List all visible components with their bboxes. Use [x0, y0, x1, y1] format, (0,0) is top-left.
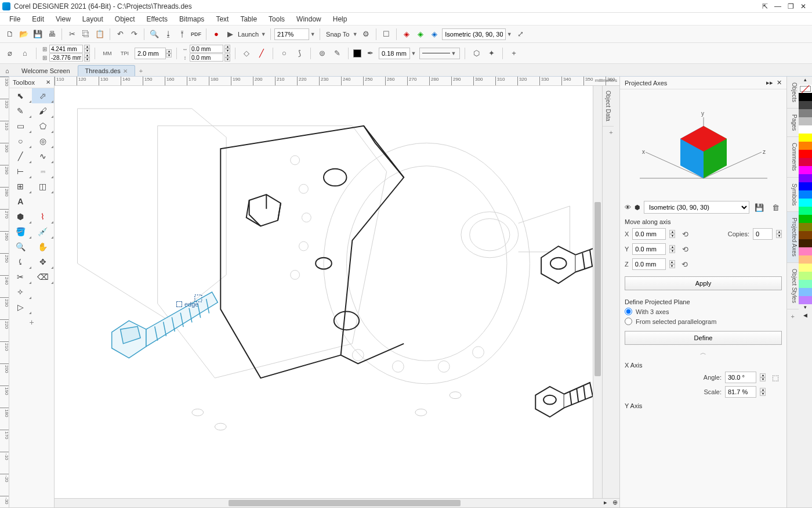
- add-docker-icon[interactable]: +: [603, 127, 619, 138]
- close-panel-icon[interactable]: ✕: [777, 79, 782, 87]
- scrollbar-vertical[interactable]: [593, 86, 602, 498]
- move-z-input[interactable]: [632, 258, 666, 270]
- color-swatch[interactable]: [799, 207, 812, 215]
- dimension-tool[interactable]: ⊢: [9, 164, 32, 179]
- color-swatch[interactable]: [799, 125, 812, 134]
- line-tool[interactable]: ╱: [9, 149, 32, 164]
- save-preset-icon[interactable]: 💾: [753, 201, 766, 214]
- canvas[interactable]: edge: [55, 86, 593, 498]
- menu-window[interactable]: Window: [291, 14, 327, 24]
- record-icon[interactable]: ●: [210, 28, 223, 41]
- reset-x-icon[interactable]: ⟲: [679, 228, 691, 240]
- vtab-symbols[interactable]: Symbols: [787, 178, 799, 212]
- vtab-projected-axes[interactable]: Projected Axes: [787, 212, 799, 263]
- undo-icon[interactable]: ↶: [114, 28, 126, 41]
- y-pos-input[interactable]: [49, 53, 83, 62]
- delete-preset-icon[interactable]: 🗑: [769, 201, 782, 214]
- eye-icon[interactable]: 👁: [625, 204, 631, 211]
- define-button[interactable]: Define: [625, 331, 782, 345]
- zoom-dropdown[interactable]: ▼: [274, 28, 316, 40]
- radio-3axes[interactable]: [625, 308, 632, 315]
- crop-tool[interactable]: ✂: [9, 269, 32, 284]
- circle-tool[interactable]: ◎: [32, 134, 55, 149]
- menu-effects[interactable]: Effects: [141, 14, 173, 24]
- color-swatch[interactable]: [799, 288, 812, 296]
- no-fill-icon[interactable]: ╱: [255, 47, 268, 60]
- welcome-tab[interactable]: Welcome Screen: [14, 65, 78, 76]
- import-icon[interactable]: ⭳: [162, 28, 175, 41]
- color-swatch[interactable]: [799, 117, 812, 125]
- plane-top-icon[interactable]: ◈: [400, 28, 413, 41]
- transform-tool[interactable]: ✥: [32, 254, 55, 269]
- color-swatch[interactable]: [799, 296, 812, 304]
- ruler-horizontal[interactable]: millimeters 1101201301401501601701801902…: [55, 77, 619, 86]
- close-button[interactable]: ✕: [797, 1, 810, 12]
- pick-tool[interactable]: ⬉: [9, 88, 32, 103]
- zoom-tool[interactable]: 🔍: [9, 239, 32, 254]
- eyedropper-tool[interactable]: 💉: [32, 224, 55, 239]
- color-swatch[interactable]: [799, 150, 812, 158]
- no-color-swatch[interactable]: [799, 85, 812, 93]
- move-x-input[interactable]: [632, 228, 666, 240]
- export-icon[interactable]: ⭱: [176, 28, 188, 41]
- color-swatch[interactable]: [799, 264, 812, 272]
- menu-view[interactable]: View: [50, 14, 77, 24]
- preset-dropdown[interactable]: Isometric (30, 90, 30): [644, 201, 749, 214]
- table-tool[interactable]: ⊞: [9, 179, 32, 194]
- new-icon[interactable]: 🗋: [3, 28, 16, 41]
- effects-tool[interactable]: ✧: [9, 284, 32, 300]
- palette-down-icon[interactable]: ▾: [799, 304, 812, 312]
- color-swatch[interactable]: [799, 272, 812, 280]
- menu-help[interactable]: Help: [327, 14, 353, 24]
- vtab-objects[interactable]: Objects: [787, 77, 799, 109]
- unproject-icon[interactable]: ☐: [380, 28, 393, 41]
- redo-icon[interactable]: ↷: [128, 28, 140, 41]
- unit-mm[interactable]: MM: [100, 47, 115, 60]
- options-icon[interactable]: ⚙: [360, 28, 372, 41]
- color-swatch[interactable]: [799, 255, 812, 264]
- artistic-tool[interactable]: 🖌: [32, 103, 55, 118]
- paste-icon[interactable]: 📋: [93, 28, 106, 41]
- apply-button[interactable]: Apply: [625, 276, 782, 290]
- x-pos-input[interactable]: [49, 45, 83, 53]
- menu-edit[interactable]: Edit: [26, 14, 50, 24]
- search-icon[interactable]: 🔍: [148, 28, 161, 41]
- plane-right-icon[interactable]: ◈: [428, 28, 441, 41]
- maximize-button[interactable]: ❐: [784, 1, 797, 12]
- 3d-tool[interactable]: ⬢: [9, 209, 32, 224]
- callout-icon[interactable]: ✎: [331, 47, 343, 60]
- outline-tool[interactable]: ▷: [9, 300, 32, 315]
- height-input[interactable]: [190, 53, 223, 62]
- color-swatch[interactable]: [799, 231, 812, 239]
- add-preset-icon[interactable]: +: [507, 47, 520, 60]
- unit-tpi[interactable]: TPI: [117, 47, 132, 60]
- cube-icon[interactable]: ⬢: [635, 204, 640, 211]
- outline-width[interactable]: ▼: [379, 48, 417, 59]
- pdf-icon[interactable]: PDF: [190, 28, 202, 41]
- home-tab[interactable]: ⌂: [2, 65, 14, 76]
- width-input[interactable]: [190, 45, 223, 53]
- thread-type2-icon[interactable]: ⌂: [19, 47, 31, 60]
- shape-tool[interactable]: ⬀: [32, 88, 55, 103]
- vtab-comments[interactable]: Comments: [787, 137, 799, 177]
- color-swatch[interactable]: [799, 182, 812, 190]
- close-toolbox-icon[interactable]: ✕: [46, 79, 50, 85]
- save-icon[interactable]: 💾: [31, 28, 44, 41]
- color-swatch[interactable]: [799, 280, 812, 288]
- color-swatch[interactable]: [799, 223, 812, 231]
- thread-pitch-input[interactable]: [135, 48, 166, 59]
- fill-tool[interactable]: 🪣: [9, 224, 32, 239]
- cut-icon[interactable]: ✂: [66, 28, 78, 41]
- thread-tool[interactable]: ⌇: [32, 209, 55, 224]
- plane-front-icon[interactable]: ◈: [414, 28, 427, 41]
- palette-up-icon[interactable]: ▴: [799, 77, 812, 85]
- color-swatch[interactable]: [799, 166, 812, 174]
- scale-input[interactable]: [725, 386, 756, 398]
- eraser-tool[interactable]: ⌫: [32, 269, 55, 284]
- reset-z-icon[interactable]: ⟲: [679, 258, 691, 271]
- color-swatch[interactable]: [799, 101, 812, 109]
- ellipse-icon[interactable]: ○: [278, 47, 291, 60]
- close-tab-icon[interactable]: ✕: [123, 68, 128, 74]
- scrollbar-horizontal[interactable]: ▸ ⊕: [55, 498, 619, 507]
- menu-layout[interactable]: Layout: [77, 14, 109, 24]
